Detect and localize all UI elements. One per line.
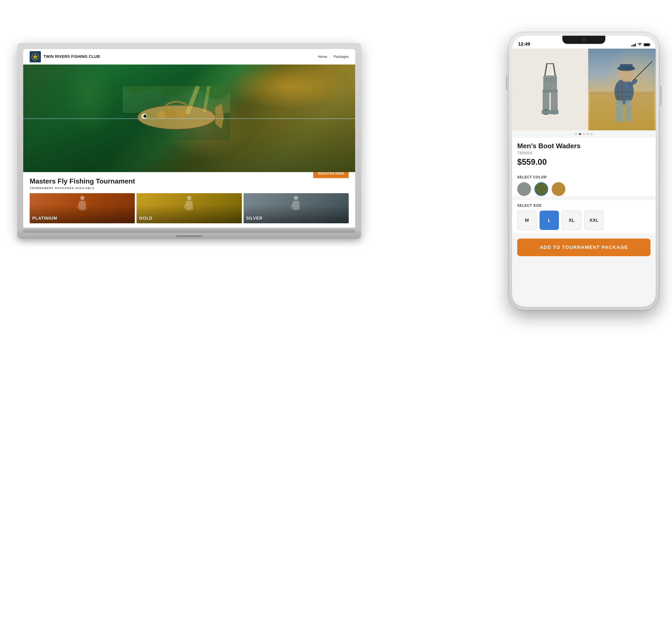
- laptop-screen-bezel: TWIN RIVERS FISHING CLUB Home Packages: [23, 49, 355, 228]
- product-image-wader: [512, 49, 588, 130]
- phone-notch: [562, 36, 605, 44]
- fish-illustration: [123, 86, 230, 140]
- tournament-title: Masters Fly Fishing Tournament: [30, 177, 349, 185]
- laptop-bottom-bezel: [23, 228, 355, 233]
- wifi-icon: [638, 43, 642, 47]
- phone-body: 12:49: [509, 32, 659, 310]
- color-section: SELECT COLOR: [512, 175, 656, 196]
- product-price: $559.00: [517, 158, 650, 167]
- color-swatch-olive[interactable]: [534, 182, 548, 196]
- package-card-platinum[interactable]: PLATINIUM: [30, 193, 135, 223]
- svg-rect-42: [616, 100, 623, 122]
- size-section: SELECT SIZE M L XL XXL: [512, 200, 656, 233]
- status-icons: [631, 43, 650, 47]
- scene: TWIN RIVERS FISHING CLUB Home Packages: [0, 0, 672, 626]
- size-options: M L XL XXL: [517, 211, 650, 230]
- svg-rect-21: [543, 75, 557, 91]
- size-btn-xl[interactable]: XL: [562, 211, 581, 230]
- product-images: [512, 49, 656, 130]
- dot-5[interactable]: [591, 133, 593, 135]
- package-card-silver[interactable]: SILVER: [244, 193, 349, 223]
- site-title: TWIN RIVERS FISHING CLUB: [43, 54, 100, 59]
- website-logo: TWIN RIVERS FISHING CLUB: [30, 51, 100, 62]
- svg-line-19: [553, 64, 555, 76]
- signal-bar-2: [632, 45, 633, 46]
- svg-rect-23: [543, 93, 550, 111]
- svg-point-14: [187, 196, 191, 200]
- product-sku: TBW806: [517, 151, 650, 155]
- svg-rect-43: [625, 100, 631, 122]
- signal-bar-4: [635, 43, 636, 46]
- size-btn-l[interactable]: L: [539, 211, 559, 230]
- hero-water-line: [23, 118, 355, 119]
- nav-packages[interactable]: Packages: [334, 55, 349, 59]
- add-to-tournament-package-button[interactable]: ADD TO TOURNAMENT PACKAGE: [517, 238, 650, 256]
- pkg-label-silver: SILVER: [246, 216, 263, 221]
- size-label: SELECT SIZE: [517, 204, 650, 208]
- phone-device: 12:49: [509, 32, 659, 310]
- pkg-figure-silver: [290, 195, 303, 212]
- svg-point-5: [157, 111, 166, 119]
- status-time: 12:49: [518, 41, 530, 47]
- size-btn-xxl[interactable]: XXL: [584, 211, 604, 230]
- logo-icon: [31, 53, 39, 61]
- svg-rect-28: [550, 110, 558, 114]
- laptop-screen: TWIN RIVERS FISHING CLUB Home Packages: [23, 49, 355, 228]
- laptop-vent: [176, 235, 202, 237]
- package-cards: PLATINIUM GOLD: [30, 193, 349, 223]
- product-image-fisherman: [588, 49, 656, 130]
- svg-point-16: [294, 196, 298, 200]
- image-dots: [512, 130, 656, 138]
- size-btn-m[interactable]: M: [517, 211, 536, 230]
- svg-rect-26: [542, 110, 550, 114]
- phone-volume-button: [506, 75, 507, 90]
- svg-point-7: [176, 109, 186, 119]
- phone-screen-bezel: 12:49: [512, 36, 656, 307]
- logo-badge: [30, 51, 41, 62]
- laptop-body: TWIN RIVERS FISHING CLUB Home Packages: [17, 43, 361, 233]
- laptop-base: [17, 233, 361, 239]
- svg-line-18: [545, 64, 547, 76]
- product-info: Men's Boot Waders TBW806 $559.00: [512, 138, 656, 175]
- signal-bars-icon: [631, 43, 636, 46]
- svg-point-9: [143, 115, 146, 118]
- dot-1[interactable]: [575, 133, 577, 135]
- pkg-figure-platinum: [76, 195, 89, 212]
- product-name: Men's Boot Waders: [517, 142, 650, 150]
- phone-power-button: [661, 86, 662, 106]
- dot-3[interactable]: [583, 133, 585, 135]
- nav-links: Home Packages: [318, 55, 349, 59]
- phone-screen-content: Men's Boot Waders TBW806 $559.00 SELECT …: [512, 49, 656, 307]
- fisherman-svg: [588, 49, 656, 130]
- color-options: [517, 182, 650, 196]
- phone-camera: [582, 38, 585, 42]
- svg-point-6: [165, 108, 175, 118]
- svg-point-12: [80, 196, 85, 200]
- pkg-label-gold: GOLD: [139, 216, 152, 221]
- nav-home[interactable]: Home: [318, 55, 327, 59]
- wader-svg: [537, 60, 563, 120]
- signal-bar-3: [634, 44, 634, 46]
- packages-label: TOURNAMENT PACKAGES AVAILABLE: [30, 186, 349, 190]
- svg-rect-22: [543, 90, 558, 93]
- svg-line-37: [652, 62, 653, 87]
- battery-icon: [644, 43, 650, 46]
- website-nav: TWIN RIVERS FISHING CLUB Home Packages: [23, 49, 355, 65]
- fisherman-bg: [588, 49, 656, 130]
- dot-2[interactable]: [579, 133, 581, 135]
- hero-image: [23, 65, 355, 172]
- color-label: SELECT COLOR: [517, 175, 650, 179]
- pkg-figure-gold: [183, 195, 196, 212]
- laptop-device: TWIN RIVERS FISHING CLUB Home Packages: [17, 43, 361, 239]
- color-swatch-gray[interactable]: [517, 182, 531, 196]
- tournament-section: REGISTER HERE Masters Fly Fishing Tourna…: [23, 172, 355, 228]
- pkg-label-platinum: PLATINIUM: [32, 216, 57, 221]
- package-card-gold[interactable]: GOLD: [137, 193, 242, 223]
- svg-line-36: [633, 62, 652, 81]
- signal-bar-1: [631, 45, 632, 46]
- color-swatch-tan[interactable]: [552, 182, 566, 196]
- svg-rect-24: [551, 93, 558, 111]
- svg-rect-35: [620, 64, 633, 69]
- dot-4[interactable]: [587, 133, 589, 135]
